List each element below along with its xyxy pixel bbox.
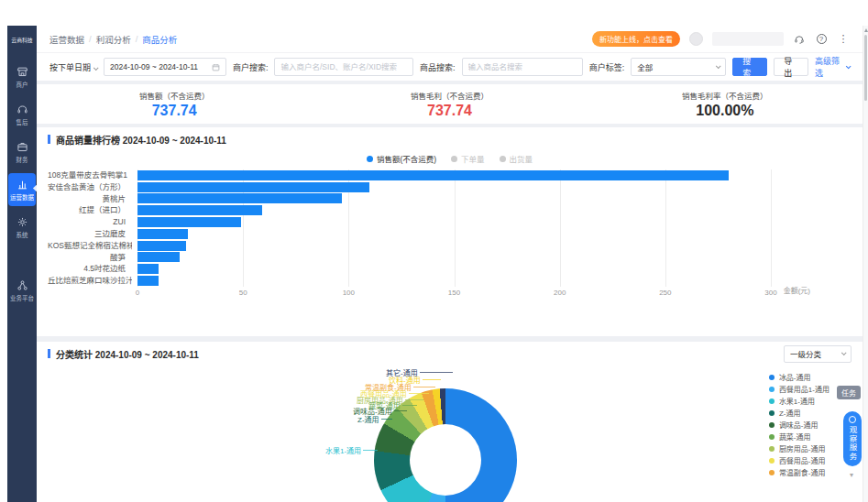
date-range-value: 2024-10-09 ~ 2024-10-11 xyxy=(110,62,198,71)
pie-legend-item[interactable]: 调味品-通用 xyxy=(769,419,830,431)
merchant-search-label: 商户搜索: xyxy=(233,61,269,73)
kebab-menu-icon[interactable]: ⋮ xyxy=(837,33,850,46)
date-range-input[interactable]: 2024-10-09 ~ 2024-10-11 xyxy=(104,58,226,76)
legend-item-shipments[interactable]: 出货量 xyxy=(500,153,533,164)
sidebar-item-label: 商户 xyxy=(16,80,28,88)
legend-item-sales[interactable]: 销售额(不含运费) xyxy=(367,153,436,164)
breadcrumb-item[interactable]: 利润分析 xyxy=(96,33,131,46)
product-search-input[interactable] xyxy=(468,62,577,71)
category-level-select[interactable]: 一级分类 xyxy=(784,345,852,363)
legend-label: 厨房用品-通用 xyxy=(779,443,826,453)
legend-dot xyxy=(451,156,457,162)
bar-row xyxy=(137,181,771,193)
sidebar-item-business-platform[interactable]: 业务平台 xyxy=(8,274,36,307)
bar-chart-legend: 销售额(不含运费) 下单量 出货量 xyxy=(37,153,863,164)
bar-category-label: 酸笋 xyxy=(48,252,132,264)
bar-row xyxy=(137,204,771,216)
task-tag[interactable]: 任务 xyxy=(837,386,861,399)
sidebar-item-finance[interactable]: 财务 xyxy=(8,136,36,169)
storefront-icon xyxy=(16,66,28,78)
bar[interactable] xyxy=(137,217,241,227)
bar-category-label: KOS甄想记全棉宿达棉袜 xyxy=(48,240,132,252)
export-button[interactable]: 导出 xyxy=(774,58,808,76)
bar-category-label: 安佳含盐黄油（方形） xyxy=(48,181,132,193)
pie-legend-item[interactable]: 西餐用品1-通用 xyxy=(769,383,830,395)
chevron-down-icon xyxy=(841,350,847,355)
pie-legend-item[interactable]: 水果1-通用 xyxy=(769,395,830,407)
merchant-tag-select[interactable]: 全部 xyxy=(631,58,726,76)
pie-legend-item[interactable]: 西餐用品-通用 xyxy=(769,454,830,466)
bar[interactable] xyxy=(137,205,262,215)
bar-category-label: 丘比焙煎芝麻口味沙拉汁 xyxy=(48,275,132,287)
stat-value: 737.74 xyxy=(152,103,197,119)
bar-category-label: 4.5吋花边纸 xyxy=(48,263,132,275)
card-title-row: 分类统计 2024-10-09 ~ 2024-10-11 一级分类 xyxy=(37,342,863,366)
sidebar: 云商科技 商户 售后 财务 运营数据 系统 xyxy=(7,26,37,502)
sidebar-item-label: 系统 xyxy=(16,230,28,238)
bar[interactable] xyxy=(137,241,186,251)
bar-category-label: 红提（进口） xyxy=(48,204,132,216)
category-stats-card: 分类统计 2024-10-09 ~ 2024-10-11 一级分类 其它-通用饮… xyxy=(37,342,863,502)
topbar: 运营数据 / 利润分析 / 商品分析 新功能上线，点击查看 ? ⋮ xyxy=(37,26,863,53)
service-float-button[interactable]: 观察服务 xyxy=(843,411,862,466)
pie-callout-label: 水果1-通用 xyxy=(325,445,378,455)
bar-categories: 108克量带皮去骨鸭掌1安佳含盐黄油（方形）黄桃片红提（进口）ZUI三边磨皮KO… xyxy=(48,169,132,287)
callout-leader-line xyxy=(394,410,407,411)
legend-item-orders[interactable]: 下单量 xyxy=(451,153,485,164)
product-search-label: 商品搜索: xyxy=(420,61,456,73)
date-type-dropdown[interactable]: 按下单日期 xyxy=(49,61,97,73)
bar[interactable] xyxy=(137,229,188,239)
advanced-filter-toggle[interactable]: 高级筛选 xyxy=(815,55,850,79)
page-scrollbar[interactable] xyxy=(863,26,868,502)
sidebar-item-merchant[interactable]: 商户 xyxy=(8,60,36,93)
sidebar-item-aftersales[interactable]: 售后 xyxy=(8,98,36,131)
product-ranking-card: 商品销量排行榜 2024-10-09 ~ 2024-10-11 销售额(不含运费… xyxy=(37,127,863,336)
avatar[interactable] xyxy=(689,32,703,46)
bar[interactable] xyxy=(137,264,159,274)
bar-row xyxy=(137,263,771,275)
legend-dot xyxy=(769,387,775,392)
bar[interactable] xyxy=(137,252,180,262)
scrollbar-thumb[interactable] xyxy=(864,35,867,101)
bar[interactable] xyxy=(137,182,369,192)
pie-legend-item[interactable]: 蔬菜-通用 xyxy=(769,431,830,442)
legend-label: Z-通用 xyxy=(779,408,801,418)
merchant-search-input[interactable] xyxy=(280,62,407,71)
donut-hole xyxy=(410,424,481,496)
pie-legend: 冰品-通用西餐用品1-通用水果1-通用Z-通用调味品-通用蔬菜-通用厨房用品-通… xyxy=(769,371,830,478)
sidebar-item-operations-data[interactable]: 运营数据 xyxy=(8,173,36,206)
legend-label: 冰品-通用 xyxy=(779,372,811,382)
new-feature-badge[interactable]: 新功能上线，点击查看 xyxy=(592,31,680,47)
help-icon[interactable]: ? xyxy=(815,33,828,46)
legend-dot xyxy=(769,470,775,475)
topbar-right: 新功能上线，点击查看 ? ⋮ xyxy=(592,31,850,47)
bar-row xyxy=(137,216,771,228)
stat-label: 销售毛利（不含运费） xyxy=(411,90,489,101)
bar[interactable] xyxy=(137,170,729,180)
legend-dot xyxy=(769,410,775,416)
bar[interactable] xyxy=(137,193,342,203)
callout-leader-line xyxy=(423,379,441,380)
bar-plot xyxy=(137,169,771,287)
bar-row xyxy=(137,275,771,287)
app-logo: 云商科技 xyxy=(11,36,32,44)
sidebar-item-system[interactable]: 系统 xyxy=(8,211,36,244)
breadcrumb-item[interactable]: 运营数据 xyxy=(49,33,84,46)
pie-legend-item[interactable]: Z-通用 xyxy=(769,407,830,419)
scrollbar-up-arrow[interactable] xyxy=(864,28,868,32)
org-nodes-icon xyxy=(16,279,28,291)
sidebar-item-label: 财务 xyxy=(16,155,28,163)
search-button[interactable]: 搜索 xyxy=(732,58,767,76)
customer-service-icon[interactable] xyxy=(793,33,806,46)
legend-scroll-down-icon[interactable]: ▾ xyxy=(850,471,853,479)
username-redacted xyxy=(712,32,784,46)
filter-bar: 按下单日期 2024-10-09 ~ 2024-10-11 商户搜索: 商品搜索… xyxy=(37,53,863,81)
stat-value: 100.00% xyxy=(696,103,753,119)
pie-legend-item[interactable]: 厨房用品-通用 xyxy=(769,442,830,454)
pie-legend-item[interactable]: 冰品-通用 xyxy=(769,371,830,383)
x-axis-tick: 0 xyxy=(136,289,139,297)
bar[interactable] xyxy=(137,276,159,286)
merchant-tag-label: 商户标签: xyxy=(589,61,625,73)
gridline xyxy=(771,169,772,287)
pie-legend-item[interactable]: 常温副食-通用 xyxy=(769,466,830,478)
